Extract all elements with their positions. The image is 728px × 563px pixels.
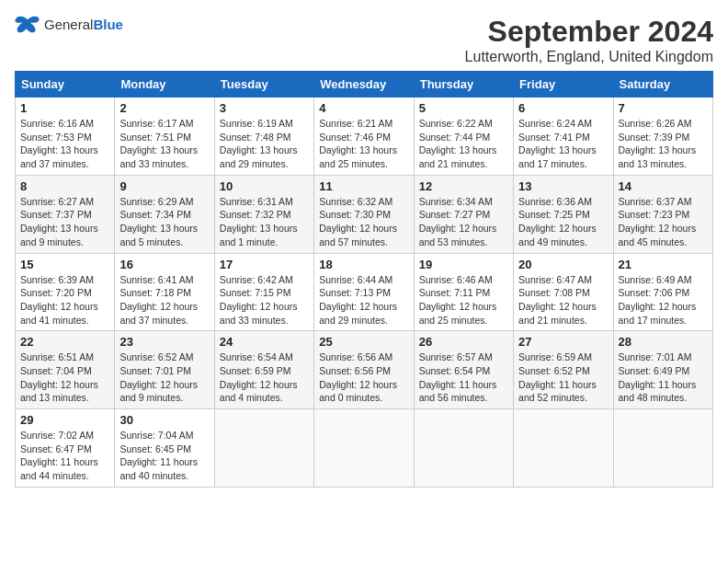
day-info: Sunrise: 6:34 AMSunset: 7:27 PMDaylight:…	[419, 195, 508, 249]
calendar-cell: 2Sunrise: 6:17 AMSunset: 7:51 PMDaylight…	[115, 98, 214, 176]
day-number: 28	[619, 335, 708, 349]
calendar-cell	[314, 409, 414, 488]
day-info: Sunrise: 6:59 AMSunset: 6:52 PMDaylight:…	[518, 350, 608, 405]
day-number: 3	[220, 101, 309, 115]
calendar-cell: 3Sunrise: 6:19 AMSunset: 7:48 PMDaylight…	[214, 98, 313, 176]
calendar-cell: 21Sunrise: 6:49 AMSunset: 7:06 PMDayligh…	[613, 253, 712, 331]
calendar-cell: 26Sunrise: 6:57 AMSunset: 6:54 PMDayligh…	[414, 331, 513, 409]
calendar-cell: 12Sunrise: 6:34 AMSunset: 7:27 PMDayligh…	[414, 175, 513, 253]
calendar-cell: 14Sunrise: 6:37 AMSunset: 7:23 PMDayligh…	[613, 175, 712, 253]
calendar-cell: 15Sunrise: 6:39 AMSunset: 7:20 PMDayligh…	[16, 253, 115, 331]
day-number: 20	[518, 258, 608, 271]
day-number: 15	[20, 258, 109, 271]
day-info: Sunrise: 7:01 AMSunset: 6:49 PMDaylight:…	[619, 350, 708, 405]
day-info: Sunrise: 6:47 AMSunset: 7:08 PMDaylight:…	[518, 273, 608, 327]
calendar-cell: 4Sunrise: 6:21 AMSunset: 7:46 PMDaylight…	[314, 98, 414, 176]
day-number: 18	[319, 258, 408, 271]
weekday-header-wednesday: Wednesday	[314, 72, 414, 98]
day-info: Sunrise: 6:54 AMSunset: 6:59 PMDaylight:…	[220, 350, 309, 405]
day-info: Sunrise: 6:42 AMSunset: 7:15 PMDaylight:…	[220, 273, 309, 327]
calendar-cell: 24Sunrise: 6:54 AMSunset: 6:59 PMDayligh…	[214, 331, 313, 409]
calendar-cell: 13Sunrise: 6:36 AMSunset: 7:25 PMDayligh…	[514, 175, 613, 253]
day-info: Sunrise: 6:41 AMSunset: 7:18 PMDaylight:…	[119, 273, 209, 327]
weekday-header-monday: Monday	[115, 72, 214, 98]
logo: GeneralBlue	[15, 15, 123, 35]
logo-bird-icon	[15, 15, 40, 35]
calendar-week-row: 29Sunrise: 7:02 AMSunset: 6:47 PMDayligh…	[16, 409, 713, 488]
calendar-cell: 11Sunrise: 6:32 AMSunset: 7:30 PMDayligh…	[314, 175, 414, 253]
calendar-cell	[214, 409, 313, 488]
day-info: Sunrise: 6:46 AMSunset: 7:11 PMDaylight:…	[419, 273, 508, 327]
day-number: 19	[419, 258, 508, 271]
page-title: September 2024	[465, 15, 713, 49]
weekday-header-saturday: Saturday	[613, 72, 712, 98]
day-info: Sunrise: 6:56 AMSunset: 6:56 PMDaylight:…	[319, 350, 408, 405]
day-number: 4	[319, 101, 408, 115]
calendar-cell: 22Sunrise: 6:51 AMSunset: 7:04 PMDayligh…	[16, 331, 115, 409]
day-number: 10	[220, 179, 309, 193]
day-info: Sunrise: 6:49 AMSunset: 7:06 PMDaylight:…	[619, 273, 708, 327]
calendar-cell: 23Sunrise: 6:52 AMSunset: 7:01 PMDayligh…	[115, 331, 214, 409]
day-info: Sunrise: 6:52 AMSunset: 7:01 PMDaylight:…	[119, 350, 209, 405]
day-info: Sunrise: 7:02 AMSunset: 6:47 PMDaylight:…	[20, 429, 109, 483]
day-info: Sunrise: 6:24 AMSunset: 7:41 PMDaylight:…	[518, 117, 608, 171]
calendar-cell: 19Sunrise: 6:46 AMSunset: 7:11 PMDayligh…	[414, 253, 513, 331]
day-info: Sunrise: 6:36 AMSunset: 7:25 PMDaylight:…	[518, 195, 608, 249]
page-subtitle: Lutterworth, England, United Kingdom	[465, 49, 713, 65]
day-number: 30	[119, 413, 209, 427]
day-number: 9	[119, 179, 209, 193]
day-number: 14	[619, 179, 708, 193]
calendar-cell: 29Sunrise: 7:02 AMSunset: 6:47 PMDayligh…	[16, 409, 115, 488]
day-info: Sunrise: 6:32 AMSunset: 7:30 PMDaylight:…	[319, 195, 408, 249]
calendar-cell: 16Sunrise: 6:41 AMSunset: 7:18 PMDayligh…	[115, 253, 214, 331]
calendar-cell: 1Sunrise: 6:16 AMSunset: 7:53 PMDaylight…	[16, 98, 115, 176]
day-info: Sunrise: 6:57 AMSunset: 6:54 PMDaylight:…	[419, 350, 508, 405]
calendar-cell: 7Sunrise: 6:26 AMSunset: 7:39 PMDaylight…	[613, 98, 712, 176]
day-number: 26	[419, 335, 508, 349]
calendar-cell: 5Sunrise: 6:22 AMSunset: 7:44 PMDaylight…	[414, 98, 513, 176]
day-info: Sunrise: 6:31 AMSunset: 7:32 PMDaylight:…	[220, 195, 309, 249]
day-info: Sunrise: 6:26 AMSunset: 7:39 PMDaylight:…	[619, 117, 708, 171]
weekday-header-thursday: Thursday	[414, 72, 513, 98]
day-number: 11	[319, 179, 408, 193]
day-number: 16	[119, 258, 209, 271]
day-number: 6	[518, 101, 608, 115]
calendar-table: SundayMondayTuesdayWednesdayThursdayFrid…	[15, 71, 713, 488]
day-number: 2	[119, 101, 209, 115]
calendar-week-row: 15Sunrise: 6:39 AMSunset: 7:20 PMDayligh…	[16, 253, 713, 331]
day-number: 8	[20, 179, 109, 193]
calendar-cell: 27Sunrise: 6:59 AMSunset: 6:52 PMDayligh…	[514, 331, 613, 409]
day-number: 29	[20, 413, 109, 427]
calendar-week-row: 8Sunrise: 6:27 AMSunset: 7:37 PMDaylight…	[16, 175, 713, 253]
day-number: 5	[419, 101, 508, 115]
calendar-cell: 9Sunrise: 6:29 AMSunset: 7:34 PMDaylight…	[115, 175, 214, 253]
logo-text: GeneralBlue	[44, 17, 123, 33]
day-number: 23	[119, 335, 209, 349]
day-info: Sunrise: 6:37 AMSunset: 7:23 PMDaylight:…	[619, 195, 708, 249]
day-number: 17	[220, 258, 309, 271]
weekday-header-sunday: Sunday	[16, 72, 115, 98]
day-info: Sunrise: 7:04 AMSunset: 6:45 PMDaylight:…	[119, 429, 209, 483]
day-info: Sunrise: 6:51 AMSunset: 7:04 PMDaylight:…	[20, 350, 109, 405]
calendar-cell: 30Sunrise: 7:04 AMSunset: 6:45 PMDayligh…	[115, 409, 214, 488]
calendar-cell	[414, 409, 513, 488]
calendar-cell: 17Sunrise: 6:42 AMSunset: 7:15 PMDayligh…	[214, 253, 313, 331]
logo-general: General	[44, 17, 93, 32]
day-number: 21	[619, 258, 708, 271]
day-number: 24	[220, 335, 309, 349]
calendar-header-row: SundayMondayTuesdayWednesdayThursdayFrid…	[16, 72, 713, 98]
day-info: Sunrise: 6:21 AMSunset: 7:46 PMDaylight:…	[319, 117, 408, 171]
calendar-cell: 18Sunrise: 6:44 AMSunset: 7:13 PMDayligh…	[314, 253, 414, 331]
day-info: Sunrise: 6:17 AMSunset: 7:51 PMDaylight:…	[119, 117, 209, 171]
calendar-cell	[514, 409, 613, 488]
calendar-cell: 20Sunrise: 6:47 AMSunset: 7:08 PMDayligh…	[514, 253, 613, 331]
day-info: Sunrise: 6:19 AMSunset: 7:48 PMDaylight:…	[220, 117, 309, 171]
day-number: 22	[20, 335, 109, 349]
day-info: Sunrise: 6:29 AMSunset: 7:34 PMDaylight:…	[119, 195, 209, 249]
title-block: September 2024 Lutterworth, England, Uni…	[465, 15, 713, 65]
calendar-cell: 10Sunrise: 6:31 AMSunset: 7:32 PMDayligh…	[214, 175, 313, 253]
day-info: Sunrise: 6:27 AMSunset: 7:37 PMDaylight:…	[20, 195, 109, 249]
calendar-week-row: 1Sunrise: 6:16 AMSunset: 7:53 PMDaylight…	[16, 98, 713, 176]
day-number: 13	[518, 179, 608, 193]
page-header: GeneralBlue September 2024 Lutterworth, …	[15, 15, 713, 65]
